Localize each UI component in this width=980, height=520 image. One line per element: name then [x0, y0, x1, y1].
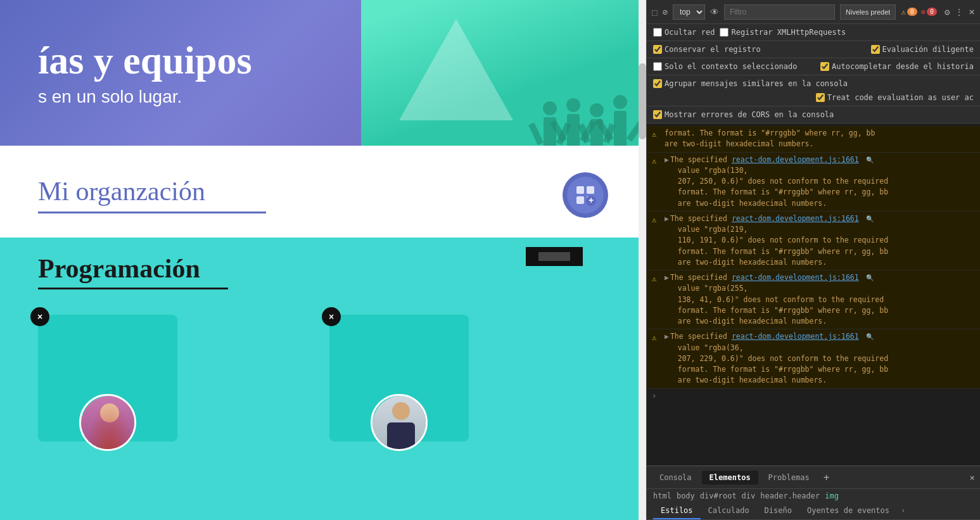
black-button[interactable]: [526, 247, 583, 266]
warning-triangle-icon: ⚠: [901, 8, 905, 16]
add-icon: +: [575, 184, 596, 206]
close-panel-button[interactable]: ×: [970, 472, 975, 483]
arrow-5: ▶: [665, 332, 669, 341]
link-2[interactable]: react-dom.development.js:1661: [732, 155, 859, 164]
link-3[interactable]: react-dom.development.js:1661: [732, 214, 859, 223]
expand-arrow[interactable]: ›: [647, 389, 980, 403]
warning-icon-1: ⚠: [652, 129, 656, 140]
filter-ocultar-red[interactable]: Ocultar red: [653, 28, 715, 37]
breadcrumb-body[interactable]: body: [677, 491, 695, 500]
console-messages[interactable]: ⚠ format. The format is "#rrggbb" where …: [647, 124, 980, 466]
conservar-checkbox[interactable]: [653, 45, 662, 54]
style-subtabs: Estilos Calculado Diseño Oyentes de even…: [647, 503, 980, 520]
filter-treat-code[interactable]: Treat code evaluation as user ac: [816, 93, 974, 102]
devtools-panel: ⬚ ⊘ top 👁 Niveles predet ⚠ 0 ⊗ 0 ⚙ ⋮ × O…: [646, 0, 980, 520]
filter-evaluacion[interactable]: Evaluación diligente: [871, 45, 974, 54]
svg-rect-2: [576, 196, 584, 204]
breadcrumb-html[interactable]: html: [653, 491, 671, 500]
conservar-label: Conservar el registro: [665, 45, 761, 54]
breadcrumb-img[interactable]: img: [825, 491, 839, 500]
search-2[interactable]: 🔍: [866, 156, 874, 163]
close-card-1-button[interactable]: ×: [30, 307, 49, 326]
warning-count-badge: 0: [907, 8, 917, 16]
black-button-label: [538, 252, 570, 261]
agrupar-checkbox[interactable]: [653, 79, 662, 88]
filter-registrar-xml[interactable]: Registrar XMLHttpRequests: [720, 28, 846, 37]
more-tabs-button[interactable]: ›: [897, 503, 909, 519]
hero-subtitle: s en un solo lugar.: [38, 87, 608, 107]
autocompletar-checkbox[interactable]: [820, 62, 829, 71]
devtools-bottom: Consola Elementos Problemas + × html bod…: [647, 466, 980, 520]
warning-icon-3: ⚠: [652, 214, 656, 225]
close-devtools-button[interactable]: ×: [969, 6, 975, 18]
subtab-calculado[interactable]: Calculado: [701, 503, 757, 519]
filter-conservar[interactable]: Conservar el registro: [653, 45, 761, 54]
error-count-badge: 0: [927, 8, 937, 16]
link-4[interactable]: react-dom.development.js:1661: [732, 273, 859, 282]
tab-consola[interactable]: Consola: [652, 471, 699, 485]
subtab-diseno[interactable]: Diseño: [757, 503, 799, 519]
tab-elementos[interactable]: Elementos: [702, 471, 758, 485]
evaluacion-checkbox[interactable]: [871, 45, 880, 54]
niveles-button[interactable]: Niveles predet: [840, 4, 896, 20]
console-msg-3: ⚠ ▶The specified react-dom.development.j…: [647, 212, 980, 270]
treat-code-checkbox[interactable]: [816, 93, 825, 102]
eye-icon[interactable]: 👁: [710, 7, 719, 17]
no-icon[interactable]: ⊘: [662, 7, 667, 17]
console-msg-2: ⚠ ▶The specified react-dom.development.j…: [647, 153, 980, 212]
warning-icon-4: ⚠: [652, 273, 656, 284]
add-tab-button[interactable]: +: [820, 471, 834, 483]
org-title-wrapper: Mi organzación: [38, 176, 266, 213]
treat-code-label: Treat code evaluation as user ac: [827, 93, 974, 102]
breadcrumb-header[interactable]: header.header: [760, 491, 820, 500]
svg-rect-1: [587, 186, 594, 194]
devtools-tabs: Consola Elementos Problemas + ×: [647, 466, 980, 489]
warning-icon-5: ⚠: [652, 332, 656, 343]
mostrar-cors-checkbox[interactable]: [653, 110, 662, 119]
context-dropdown[interactable]: top: [673, 4, 705, 20]
search-5[interactable]: 🔍: [866, 333, 874, 340]
settings-icon[interactable]: ⚙: [945, 7, 950, 17]
inspect-icon[interactable]: ⬚: [652, 7, 657, 17]
filter-row-1: Ocultar red Registrar XMLHttpRequests: [647, 24, 980, 41]
link-5[interactable]: react-dom.development.js:1661: [732, 332, 859, 341]
breadcrumb-div[interactable]: div: [742, 491, 756, 500]
prog-underline: [38, 288, 228, 289]
website-panel: ías y equipos s en un solo lugar.: [0, 0, 646, 520]
filter-mostrar-cors[interactable]: Mostrar errores de CORS en la consola: [653, 110, 834, 119]
msg-1-text: format. The format is "#rrggbb" where rr…: [665, 129, 875, 148]
search-3[interactable]: 🔍: [866, 215, 874, 222]
filter-input[interactable]: [724, 4, 835, 20]
arrow-4: ▶: [665, 273, 669, 282]
filter-row-5: Mostrar errores de CORS en la consola: [647, 106, 980, 124]
filter-autocompletar[interactable]: Autocompletar desde el historia: [820, 62, 974, 71]
menu-icon[interactable]: ⋮: [955, 7, 964, 17]
filter-solo-contexto[interactable]: Solo el contexto seleccionado: [653, 62, 798, 71]
search-4[interactable]: 🔍: [866, 274, 874, 281]
registrar-xml-label: Registrar XMLHttpRequests: [731, 28, 846, 37]
subtab-estilos[interactable]: Estilos: [653, 503, 701, 519]
arrow-3: ▶: [665, 214, 669, 223]
warning-icon-2: ⚠: [652, 155, 656, 167]
filter-agrupar[interactable]: Agrupar mensajes similares en la consola: [653, 79, 848, 88]
solo-contexto-checkbox[interactable]: [653, 62, 662, 71]
ocultar-red-label: Ocultar red: [665, 28, 715, 37]
ocultar-red-checkbox[interactable]: [653, 28, 662, 37]
hero-title: ías y equipos: [38, 39, 608, 82]
breadcrumb-divroot[interactable]: div#root: [700, 491, 737, 500]
agrupar-label: Agrupar mensajes similares en la consola: [665, 79, 848, 88]
close-card-2-button[interactable]: ×: [322, 307, 341, 326]
prog-title: Programación: [38, 253, 608, 284]
filter-row-3: Solo el contexto seleccionado Autocomple…: [647, 58, 980, 75]
arrow-2: ▶: [665, 155, 669, 164]
org-section: Mi organzación +: [0, 146, 646, 238]
subtab-oyentes[interactable]: Oyentes de eventos: [799, 503, 897, 519]
org-title: Mi organzación: [38, 176, 266, 206]
add-org-button[interactable]: +: [563, 172, 608, 218]
devtools-toolbar: ⬚ ⊘ top 👁 Niveles predet ⚠ 0 ⊗ 0 ⚙ ⋮ ×: [647, 0, 980, 24]
autocompletar-label: Autocompletar desde el historia: [832, 62, 974, 71]
svg-rect-0: [576, 186, 584, 194]
svg-text:+: +: [589, 195, 594, 205]
registrar-xml-checkbox[interactable]: [720, 28, 729, 37]
tab-problemas[interactable]: Problemas: [761, 471, 817, 485]
